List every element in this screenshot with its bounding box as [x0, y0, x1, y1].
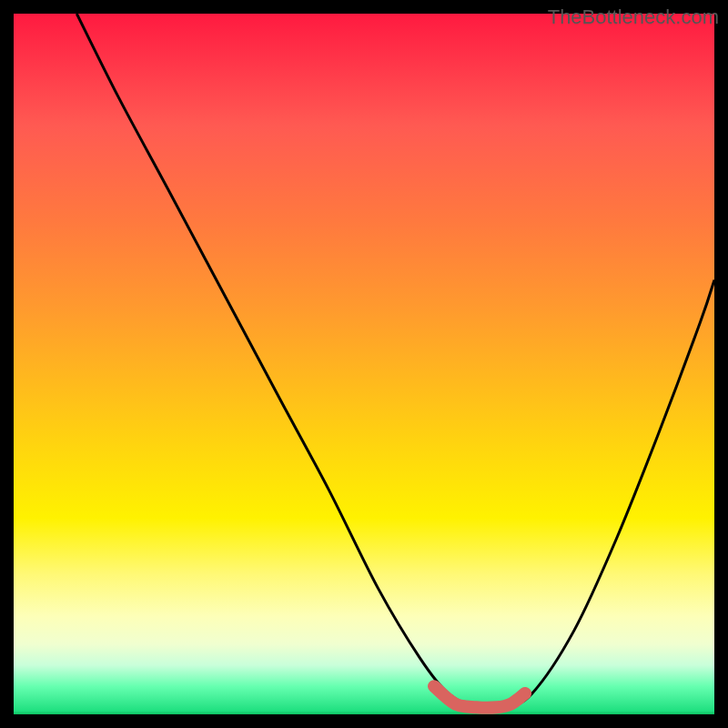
plot-area — [14, 14, 714, 714]
chart-svg — [14, 14, 714, 714]
watermark-text: TheBottleneck.com — [548, 5, 719, 29]
optimal-range-marker — [434, 686, 525, 708]
bottleneck-curve — [76, 14, 714, 709]
